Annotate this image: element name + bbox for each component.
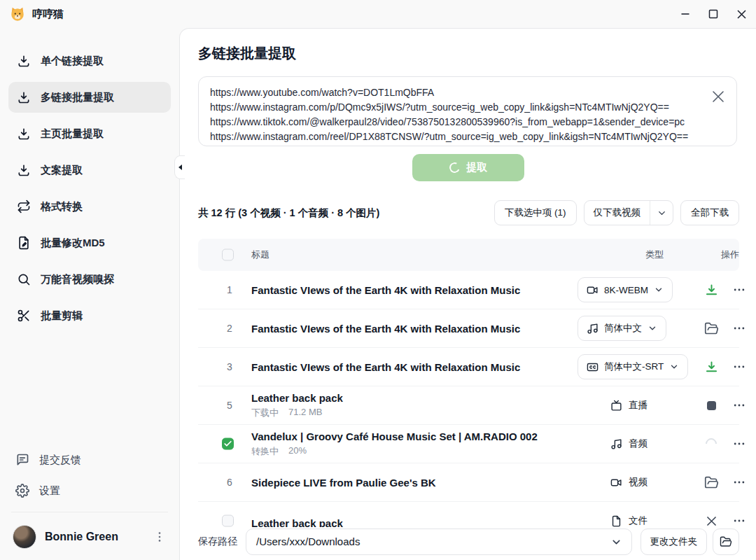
settings-item[interactable]: 设置 [8, 477, 171, 505]
download-video-only-split-button: 仅下载视频 [584, 200, 674, 225]
maximize-button[interactable] [704, 5, 722, 23]
sidebar-item-single-link[interactable]: 单个链接提取 [8, 46, 171, 76]
sidebar-item-label: 格式转换 [41, 200, 83, 214]
save-path-value: /Users/xxx/Downloads [256, 536, 360, 547]
main-panel: 多链接批量提取 https://www.youtube.com/watch?v=… [179, 28, 756, 560]
download-selected-button[interactable]: 下载选中项 (1) [494, 200, 577, 225]
more-options-icon[interactable] [732, 282, 747, 298]
row-number: 1 [222, 271, 237, 309]
url-line: https://www.youtube.com/watch?v=DOT1LmQb… [210, 85, 700, 100]
table-row[interactable]: 5 Leather back pack 下载中 71.2 MB 直播 [198, 386, 739, 425]
tv-icon [610, 400, 622, 412]
row-checkbox[interactable] [222, 438, 234, 450]
row-checkbox[interactable] [222, 515, 234, 527]
media-type-label: 视频 [629, 476, 648, 489]
user-menu-kebab-icon[interactable] [153, 530, 167, 544]
chevron-down-icon[interactable] [610, 536, 622, 548]
download-video-only-button[interactable]: 仅下载视频 [584, 201, 650, 225]
change-folder-button[interactable]: 更改文件夹 [640, 528, 708, 555]
media-type-label: 文件 [629, 514, 648, 527]
url-line: https://www.instagram.com/p/DQmc9x5jIWS/… [210, 100, 700, 115]
stop-download-icon[interactable] [704, 398, 719, 413]
file-icon [610, 515, 622, 527]
feedback-label: 提交反馈 [39, 454, 81, 467]
url-textarea[interactable]: https://www.youtube.com/watch?v=DOT1LmQb… [198, 76, 737, 146]
results-table: 标题 类型 操作 1 Fantastic VIews of the Earth … [198, 239, 739, 560]
cancel-icon[interactable] [704, 513, 719, 528]
download-all-button[interactable]: 全部下载 [680, 200, 739, 225]
url-line: https://www.instagram.com/reel/DP1X88TCN… [210, 130, 700, 144]
sidebar-item-format-convert[interactable]: 格式转换 [8, 191, 171, 222]
table-row[interactable]: 2 Fantastic VIews of the Earth 4K with R… [198, 309, 739, 348]
table-row[interactable]: Vandelux | Groovy Café House Music Set |… [198, 425, 739, 463]
download-icon [17, 54, 31, 68]
row-title: Leather back pack [251, 392, 343, 404]
chevron-left-icon [178, 164, 182, 170]
table-row[interactable]: 6 Sidepiece LIVE from Paulie Gee's BK 视频 [198, 463, 739, 502]
extract-button-label: 提取 [466, 161, 487, 174]
sidebar-item-label: 批量剪辑 [41, 309, 83, 323]
scissors-icon [17, 309, 31, 323]
sidebar-item-multi-link[interactable]: 多链接批量提取 [8, 82, 171, 113]
row-title: Sidepiece LIVE from Paulie Gee's BK [251, 477, 436, 489]
more-options-icon[interactable] [732, 513, 747, 528]
clear-urls-button[interactable] [710, 88, 727, 105]
sidebar-item-md5[interactable]: 批量修改MD5 [8, 227, 171, 258]
format-select-chip[interactable]: 简体中文-SRT [578, 354, 688, 379]
sidebar-item-label: 主页批量提取 [41, 127, 104, 141]
sidebar-item-batch-clip[interactable]: 批量剪辑 [8, 300, 171, 331]
sidebar-item-copywriting[interactable]: 文案提取 [8, 155, 171, 186]
table-row[interactable]: 1 Fantastic VIews of the Earth 4K with R… [198, 271, 739, 309]
media-type-label: 音频 [629, 438, 648, 450]
app-title: 哼哼猫 [32, 8, 64, 21]
format-select-chip[interactable]: 简体中文 [578, 316, 666, 341]
format-label: 8K-WEBM [604, 285, 648, 295]
music-note-icon [610, 438, 622, 450]
settings-label: 设置 [39, 484, 60, 498]
format-select-chip[interactable]: 8K-WEBM [578, 277, 673, 302]
open-folder-icon[interactable] [704, 475, 719, 490]
extract-button[interactable]: 提取 [412, 154, 524, 181]
feedback-item[interactable]: 提交反馈 [8, 446, 171, 474]
download-icon[interactable] [704, 359, 719, 374]
table-header: 标题 类型 操作 [198, 239, 739, 271]
save-path-bar: 保存路径 /Users/xxx/Downloads 更改文件夹 [180, 527, 756, 560]
edit-document-icon [17, 236, 31, 250]
open-save-folder-button[interactable] [713, 528, 739, 555]
save-path-label: 保存路径 [198, 536, 237, 548]
save-path-input[interactable]: /Users/xxx/Downloads [246, 528, 632, 555]
status-label: 转换中 [251, 445, 279, 458]
status-value: 71.2 MB [288, 407, 322, 419]
column-header-action: 操作 [704, 239, 756, 271]
table-row[interactable]: 3 Fantastic VIews of the Earth 4K with R… [198, 348, 739, 386]
row-status: 转换中 20% [251, 445, 538, 458]
sidebar-item-homepage-batch[interactable]: 主页批量提取 [8, 118, 171, 149]
select-all-checkbox[interactable] [222, 249, 234, 261]
media-type: 文件 [610, 514, 648, 527]
sidebar-item-label: 批量修改MD5 [41, 237, 105, 250]
close-button[interactable] [732, 5, 750, 23]
avatar [13, 525, 36, 549]
more-options-icon[interactable] [732, 436, 747, 451]
sidebar: 单个链接提取 多链接批量提取 主页批量提取 文案提取 格式转换 批量修改MD5 … [0, 28, 179, 560]
stats-row: 共 12 行 (3 个视频 · 1 个音频 · 8 个图片) 下载选中项 (1)… [198, 200, 739, 225]
row-title: Fantastic VIews of the Earth 4K with Rel… [251, 361, 520, 373]
chevron-down-icon [648, 323, 657, 333]
download-icon [17, 127, 31, 141]
minimize-button[interactable] [676, 5, 694, 23]
more-options-icon[interactable] [732, 359, 747, 374]
row-number: 3 [222, 348, 237, 386]
more-options-icon[interactable] [732, 321, 747, 336]
download-icon[interactable] [704, 282, 719, 298]
format-label: 简体中文-SRT [604, 360, 664, 373]
user-profile[interactable]: Bonnie Green [8, 518, 171, 556]
open-folder-icon[interactable] [704, 321, 719, 336]
window-controls [676, 0, 750, 28]
more-options-icon[interactable] [732, 398, 747, 413]
app-logo-cat-icon [10, 6, 25, 22]
sidebar-collapse-button[interactable] [174, 155, 185, 179]
chevron-down-icon[interactable] [650, 201, 673, 225]
sidebar-item-media-sniffer[interactable]: 万能音视频嗅探 [8, 264, 171, 295]
more-options-icon[interactable] [732, 475, 747, 490]
music-note-icon [587, 323, 598, 335]
